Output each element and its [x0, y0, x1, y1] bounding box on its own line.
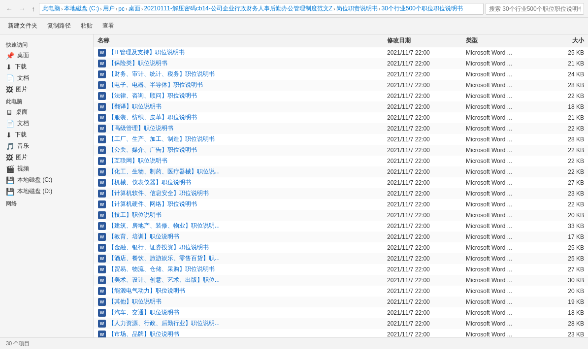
file-date: 2021/11/7 22:00	[387, 71, 466, 78]
table-row[interactable]: W【人力资源、行政、后勤行业】职位说明...2021/11/7 22:00Mic…	[94, 318, 588, 329]
file-size: 25 KB	[545, 244, 584, 251]
file-date: 2021/11/7 22:00	[387, 147, 466, 154]
column-type[interactable]: 类型	[466, 36, 545, 45]
file-name: 【公关、媒介、广告】职位说明书	[108, 146, 387, 154]
file-date: 2021/11/7 22:00	[387, 179, 466, 186]
breadcrumb-item[interactable]: 此电脑	[42, 4, 60, 13]
sidebar-item-label: 桌面	[16, 108, 28, 116]
table-row[interactable]: W【教育、培训】职位说明书2021/11/7 22:00Microsoft Wo…	[94, 232, 588, 242]
sidebar-item-icon: 🎵	[6, 142, 14, 150]
file-rows: W【IT管理及支持】职位说明书2021/11/7 22:00Microsoft …	[94, 47, 588, 337]
table-row[interactable]: W【法律、咨询、顾问】职位说明书2021/11/7 22:00Microsoft…	[94, 91, 588, 101]
table-row[interactable]: W【计算机软件、信息安全】职位说明书2021/11/7 22:00Microso…	[94, 188, 588, 199]
sidebar-item[interactable]: 📄文档	[0, 72, 93, 84]
sidebar-item-icon: 🖥	[6, 108, 13, 116]
file-list-container[interactable]: 名称 修改日期 类型 大小 W【IT管理及支持】职位说明书2021/11/7 2…	[94, 34, 588, 337]
sidebar-item[interactable]: 🎬视频	[0, 163, 93, 174]
column-size[interactable]: 大小	[545, 36, 584, 45]
file-date: 2021/11/7 22:00	[387, 277, 466, 284]
table-row[interactable]: W【汽车、交通】职位说明书2021/11/7 22:00Microsoft Wo…	[94, 307, 588, 318]
file-date: 2021/11/7 22:00	[387, 168, 466, 175]
table-row[interactable]: W【能源电气动力】职位说明书2021/11/7 22:00Microsoft W…	[94, 286, 588, 297]
table-row[interactable]: W【其他】职位说明书2021/11/7 22:00Microsoft Word …	[94, 297, 588, 307]
breadcrumb-separator: ›	[333, 6, 335, 12]
column-date[interactable]: 修改日期	[387, 36, 466, 45]
file-type: Microsoft Word ...	[466, 266, 545, 273]
word-file-icon: W	[98, 254, 106, 263]
file-date: 2021/11/7 22:00	[387, 158, 466, 165]
table-row[interactable]: W【高级管理】职位说明书2021/11/7 22:00Microsoft Wor…	[94, 123, 588, 134]
view-button[interactable]: 查看	[98, 20, 118, 32]
table-row[interactable]: W【美术、设计、创意、艺术、出版】职位...2021/11/7 22:00Mic…	[94, 275, 588, 286]
column-name[interactable]: 名称	[98, 36, 387, 45]
sidebar-item[interactable]: ⬇下载	[0, 129, 93, 140]
file-size: 27 KB	[545, 179, 584, 186]
sidebar-item[interactable]: 💾本地磁盘 (C:)	[0, 174, 93, 186]
sidebar-item-label: 文档	[17, 74, 29, 82]
breadcrumb-item[interactable]: 30个行业500个职位职位说明书	[381, 4, 462, 13]
sidebar-item-icon: 📌	[6, 52, 14, 60]
copy-path-button[interactable]: 复制路径	[43, 20, 75, 32]
file-date: 2021/11/7 22:00	[387, 49, 466, 56]
sidebar-item-label: 下载	[15, 63, 27, 71]
file-size: 28 KB	[545, 82, 584, 89]
file-name: 【技工】职位说明书	[108, 211, 387, 219]
sidebar-item[interactable]: 🖥桌面	[0, 106, 93, 118]
table-row[interactable]: W【翻译】职位说明书2021/11/7 22:00Microsoft Word …	[94, 101, 588, 112]
sidebar-item[interactable]: 💾本地磁盘 (D:)	[0, 186, 93, 197]
table-row[interactable]: W【市场、品牌】职位说明书2021/11/7 22:00Microsoft Wo…	[94, 329, 588, 337]
file-name: 【美术、设计、创意、艺术、出版】职位...	[108, 276, 387, 284]
table-row[interactable]: W【保险类】职位说明书2021/11/7 22:00Microsoft Word…	[94, 58, 588, 69]
table-row[interactable]: W【互联网】职位说明书2021/11/7 22:00Microsoft Word…	[94, 156, 588, 166]
word-file-icon: W	[98, 222, 106, 231]
breadcrumb-item[interactable]: 20210111-解压密码cb14-公司企业行政财务人事后勤办公管理制度范文Z	[144, 4, 332, 13]
breadcrumb-item[interactable]: pc	[118, 5, 125, 12]
table-row[interactable]: W【贸易、物流、仓储、采购】职位说明书2021/11/7 22:00Micros…	[94, 264, 588, 275]
breadcrumb-item[interactable]: 本地磁盘 (C:)	[64, 4, 99, 13]
table-row[interactable]: W【技工】职位说明书2021/11/7 22:00Microsoft Word …	[94, 210, 588, 221]
main-layout: 快速访问📌桌面⬇下载📄文档🖼图片此电脑🖥桌面📄文档⬇下载🎵音乐🖼图片🎬视频💾本地…	[0, 34, 588, 337]
file-name: 【财务、审计、统计、税务】职位说明书	[108, 70, 387, 78]
table-row[interactable]: W【工厂、生产、加工、制造】职位说明书2021/11/7 22:00Micros…	[94, 134, 588, 145]
word-file-icon: W	[98, 102, 106, 111]
breadcrumb-item[interactable]: 用户	[103, 4, 115, 13]
file-type: Microsoft Word ...	[466, 255, 545, 262]
breadcrumb-item[interactable]: 岗位职责说明书	[336, 4, 378, 13]
table-row[interactable]: W【金融、银行、证券投资】职位说明书2021/11/7 22:00Microso…	[94, 242, 588, 253]
word-file-icon: W	[98, 135, 106, 144]
sidebar-item[interactable]: 🎵音乐	[0, 140, 93, 152]
back-button[interactable]: ←	[4, 4, 15, 14]
forward-button[interactable]: →	[17, 4, 28, 14]
table-row[interactable]: W【建筑、房地产、装修、物业】职位说明...2021/11/7 22:00Mic…	[94, 221, 588, 232]
breadcrumb-item[interactable]: 桌面	[129, 4, 140, 13]
word-file-icon: W	[98, 157, 106, 165]
table-row[interactable]: W【财务、审计、统计、税务】职位说明书2021/11/7 22:00Micros…	[94, 69, 588, 80]
up-button[interactable]: ↑	[30, 4, 37, 14]
sidebar-item[interactable]: ⬇下载	[0, 61, 93, 72]
sidebar-item-label: 图片	[16, 153, 28, 162]
table-row[interactable]: W【IT管理及支持】职位说明书2021/11/7 22:00Microsoft …	[94, 47, 588, 58]
file-size: 30 KB	[545, 277, 584, 284]
sidebar-item-icon: ⬇	[6, 63, 12, 71]
table-row[interactable]: W【电子、电器、半导体】职位说明书2021/11/7 22:00Microsof…	[94, 80, 588, 91]
table-row[interactable]: W【计算机硬件、网络】职位说明书2021/11/7 22:00Microsoft…	[94, 199, 588, 210]
file-date: 2021/11/7 22:00	[387, 223, 466, 230]
search-input[interactable]	[486, 3, 584, 15]
file-name: 【工厂、生产、加工、制造】职位说明书	[108, 135, 387, 143]
table-row[interactable]: W【机械、仪表仪器】职位说明书2021/11/7 22:00Microsoft …	[94, 177, 588, 188]
sidebar-item[interactable]: 📄文档	[0, 118, 93, 129]
paste-button[interactable]: 粘贴	[77, 20, 97, 32]
sidebar-item[interactable]: 📌桌面	[0, 50, 93, 61]
new-folder-button[interactable]: 新建文件夹	[4, 20, 41, 32]
table-row[interactable]: W【化工、生物、制药、医疗器械】职位说...2021/11/7 22:00Mic…	[94, 166, 588, 177]
file-type: Microsoft Word ...	[466, 82, 545, 89]
sidebar-item[interactable]: 🖼图片	[0, 152, 93, 163]
file-size: 21 KB	[545, 114, 584, 121]
status-bar: 30 个项目	[0, 337, 588, 349]
sidebar-item[interactable]: 🖼图片	[0, 84, 93, 95]
table-row[interactable]: W【服装、纺织、皮革】职位说明书2021/11/7 22:00Microsoft…	[94, 112, 588, 123]
sidebar-item-label: 音乐	[17, 142, 29, 150]
table-row[interactable]: W【公关、媒介、广告】职位说明书2021/11/7 22:00Microsoft…	[94, 145, 588, 156]
word-file-icon: W	[98, 113, 106, 122]
table-row[interactable]: W【酒店、餐饮、旅游娱乐、零售百货】职...2021/11/7 22:00Mic…	[94, 253, 588, 264]
